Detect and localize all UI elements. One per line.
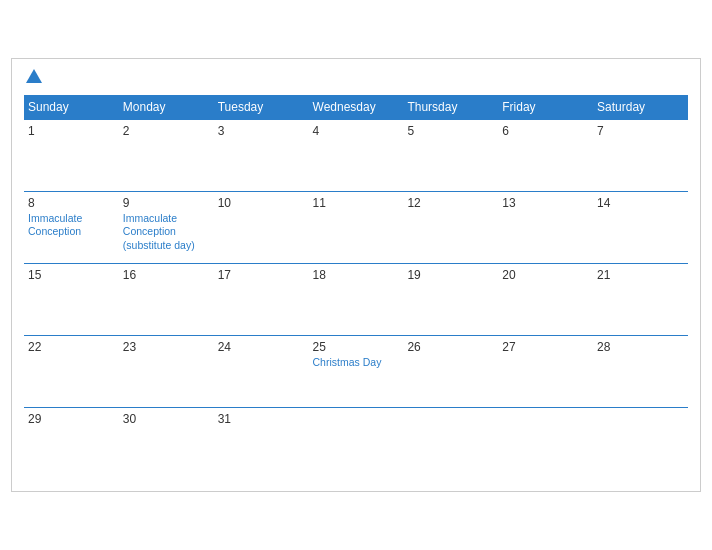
day-number: 10 [218,196,305,210]
week-row-4: 22232425Christmas Day262728 [24,335,688,407]
day-number: 26 [407,340,494,354]
day-number: 28 [597,340,684,354]
day-number: 1 [28,124,115,138]
day-number: 3 [218,124,305,138]
calendar-cell: 21 [593,263,688,335]
calendar-cell: 27 [498,335,593,407]
calendar-cell: 6 [498,119,593,191]
day-number: 11 [313,196,400,210]
calendar-cell: 9Immaculate Conception (substitute day) [119,191,214,263]
holiday-label: Immaculate Conception [28,212,115,239]
calendar-cell: 11 [309,191,404,263]
calendar-cell: 3 [214,119,309,191]
day-number: 25 [313,340,400,354]
day-number: 19 [407,268,494,282]
calendar-cell [498,407,593,479]
logo-triangle-icon [26,69,42,83]
calendar-cell: 16 [119,263,214,335]
day-number: 31 [218,412,305,426]
calendar-cell: 8Immaculate Conception [24,191,119,263]
calendar-header [24,69,688,85]
calendar-cell: 5 [403,119,498,191]
calendar-cell: 28 [593,335,688,407]
calendar-grid: SundayMondayTuesdayWednesdayThursdayFrid… [24,95,688,480]
logo [24,69,42,85]
calendar-cell: 31 [214,407,309,479]
holiday-label: Immaculate Conception (substitute day) [123,212,210,253]
calendar-cell: 2 [119,119,214,191]
calendar-cell: 1 [24,119,119,191]
calendar-container: SundayMondayTuesdayWednesdayThursdayFrid… [11,58,701,493]
day-header-wednesday: Wednesday [309,95,404,120]
holiday-label: Christmas Day [313,356,400,370]
day-number: 7 [597,124,684,138]
day-number: 20 [502,268,589,282]
day-number: 2 [123,124,210,138]
day-number: 30 [123,412,210,426]
day-number: 27 [502,340,589,354]
week-row-2: 8Immaculate Conception9Immaculate Concep… [24,191,688,263]
day-number: 5 [407,124,494,138]
day-number: 18 [313,268,400,282]
week-row-5: 293031 [24,407,688,479]
day-number: 9 [123,196,210,210]
calendar-cell: 13 [498,191,593,263]
calendar-cell: 30 [119,407,214,479]
days-header-row: SundayMondayTuesdayWednesdayThursdayFrid… [24,95,688,120]
calendar-cell: 23 [119,335,214,407]
calendar-cell: 25Christmas Day [309,335,404,407]
day-number: 12 [407,196,494,210]
calendar-cell [593,407,688,479]
day-header-friday: Friday [498,95,593,120]
day-number: 15 [28,268,115,282]
calendar-cell: 29 [24,407,119,479]
day-number: 17 [218,268,305,282]
day-number: 22 [28,340,115,354]
day-number: 16 [123,268,210,282]
day-header-tuesday: Tuesday [214,95,309,120]
calendar-cell: 24 [214,335,309,407]
day-header-monday: Monday [119,95,214,120]
day-number: 23 [123,340,210,354]
day-number: 8 [28,196,115,210]
day-number: 24 [218,340,305,354]
week-row-3: 15161718192021 [24,263,688,335]
calendar-cell [309,407,404,479]
day-header-thursday: Thursday [403,95,498,120]
day-number: 13 [502,196,589,210]
day-header-saturday: Saturday [593,95,688,120]
calendar-cell: 22 [24,335,119,407]
calendar-cell: 26 [403,335,498,407]
calendar-cell: 19 [403,263,498,335]
calendar-cell: 14 [593,191,688,263]
day-number: 21 [597,268,684,282]
calendar-cell: 17 [214,263,309,335]
day-header-sunday: Sunday [24,95,119,120]
calendar-cell: 18 [309,263,404,335]
day-number: 4 [313,124,400,138]
calendar-cell: 12 [403,191,498,263]
calendar-cell: 15 [24,263,119,335]
calendar-cell: 4 [309,119,404,191]
calendar-cell [403,407,498,479]
day-number: 29 [28,412,115,426]
day-number: 6 [502,124,589,138]
calendar-cell: 7 [593,119,688,191]
week-row-1: 1234567 [24,119,688,191]
calendar-cell: 20 [498,263,593,335]
calendar-cell: 10 [214,191,309,263]
day-number: 14 [597,196,684,210]
